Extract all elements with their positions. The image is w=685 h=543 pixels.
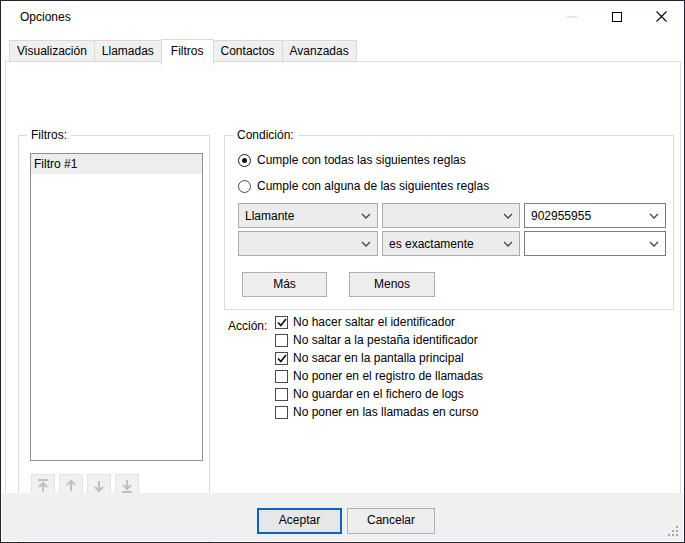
radio-label: Cumple con alguna de las siguientes regl…	[257, 179, 489, 193]
checkbox-label: No sacar en la pantalla principal	[293, 351, 464, 365]
tab-avanzadas[interactable]: Avanzadas	[282, 40, 357, 62]
more-rules-button[interactable]: Más	[242, 272, 327, 297]
tab-page-filtros: Filtros: Filtro #1	[5, 61, 681, 494]
maximize-icon	[612, 12, 622, 22]
rule1-value-combobox[interactable]: 902955955	[524, 203, 666, 228]
tab-llamadas[interactable]: Llamadas	[94, 40, 162, 62]
checkbox-box	[275, 334, 288, 347]
footer: Aceptar Cancelar	[2, 493, 683, 541]
window-title: Opciones	[20, 10, 71, 24]
tab-strip: Visualización Llamadas Filtros Contactos…	[9, 39, 356, 62]
accept-button[interactable]: Aceptar	[257, 508, 342, 534]
check-icon	[277, 354, 287, 363]
tab-contactos[interactable]: Contactos	[213, 40, 283, 62]
chevron-down-icon	[649, 213, 659, 219]
chevron-down-icon	[503, 241, 513, 247]
checkbox-no-hacer-saltar-identificador[interactable]: No hacer saltar el identificador	[275, 313, 483, 331]
titlebar[interactable]: Opciones	[1, 1, 684, 33]
rule1-field-select[interactable]: Llamante	[238, 203, 378, 228]
filters-listbox[interactable]: Filtro #1	[30, 153, 203, 461]
chevron-down-icon	[503, 213, 513, 219]
checkbox-label: No poner en las llamadas en curso	[293, 405, 478, 419]
close-button[interactable]	[639, 1, 684, 32]
minimize-icon	[567, 12, 577, 22]
rule2-field-select[interactable]	[238, 231, 378, 256]
radio-circle	[238, 154, 251, 167]
checkbox-label: No guardar en el fichero de logs	[293, 387, 464, 401]
chevron-down-icon	[361, 213, 371, 219]
checkbox-box	[275, 370, 288, 383]
tab-filtros[interactable]: Filtros	[161, 39, 214, 65]
rule1-operator-select[interactable]	[382, 203, 520, 228]
chevron-down-icon	[361, 241, 371, 247]
checkbox-label: No hacer saltar el identificador	[293, 315, 455, 329]
window-controls	[549, 1, 684, 32]
less-rules-button[interactable]: Menos	[349, 272, 435, 297]
move-top-icon	[35, 478, 51, 494]
radio-any-rule[interactable]: Cumple con alguna de las siguientes regl…	[238, 179, 489, 193]
move-down-icon	[91, 478, 107, 494]
move-up-icon	[63, 478, 79, 494]
checkbox-box	[275, 406, 288, 419]
checkbox-no-poner-registro[interactable]: No poner en el registro de llamadas	[275, 367, 483, 385]
radio-label: Cumple con todas las siguientes reglas	[257, 153, 466, 167]
combo-value: Llamante	[245, 209, 357, 223]
radio-all-rules[interactable]: Cumple con todas las siguientes reglas	[238, 153, 466, 167]
options-dialog: Opciones Visualización Llamadas Filtros …	[0, 0, 685, 543]
checkbox-box	[275, 388, 288, 401]
condition-group-label: Condición:	[233, 128, 298, 142]
condition-groupbox: Condición: Cumple con todas las siguient…	[224, 135, 674, 310]
action-label: Acción:	[228, 319, 267, 333]
minimize-button	[549, 1, 594, 32]
checkbox-label: No saltar a la pestaña identificador	[293, 333, 478, 347]
move-bottom-icon	[119, 478, 135, 494]
action-checkboxes: No hacer saltar el identificador No salt…	[275, 313, 483, 421]
checkbox-no-poner-llamadas-curso[interactable]: No poner en las llamadas en curso	[275, 403, 483, 421]
cancel-button[interactable]: Cancelar	[347, 508, 435, 534]
combo-value: es exactamente	[389, 237, 499, 251]
rule2-value-combobox[interactable]	[524, 231, 666, 256]
checkbox-label: No poner en el registro de llamadas	[293, 369, 483, 383]
checkbox-box	[275, 316, 288, 329]
checkbox-no-sacar-pantalla[interactable]: No sacar en la pantalla principal	[275, 349, 483, 367]
rule2-operator-select[interactable]: es exactamente	[382, 231, 520, 256]
filters-group-label: Filtros:	[27, 128, 71, 142]
close-icon	[656, 11, 667, 22]
check-icon	[277, 318, 287, 327]
checkbox-no-guardar-fichero[interactable]: No guardar en el fichero de logs	[275, 385, 483, 403]
radio-circle	[238, 180, 251, 193]
filters-groupbox: Filtros: Filtro #1	[18, 135, 210, 543]
combo-value: 902955955	[531, 209, 645, 223]
checkbox-no-saltar-pestana[interactable]: No saltar a la pestaña identificador	[275, 331, 483, 349]
maximize-button[interactable]	[594, 1, 639, 32]
checkbox-box	[275, 352, 288, 365]
chevron-down-icon	[649, 241, 659, 247]
list-item[interactable]: Filtro #1	[31, 154, 202, 174]
resize-grip[interactable]	[667, 525, 679, 537]
tab-visualizacion[interactable]: Visualización	[9, 40, 95, 62]
